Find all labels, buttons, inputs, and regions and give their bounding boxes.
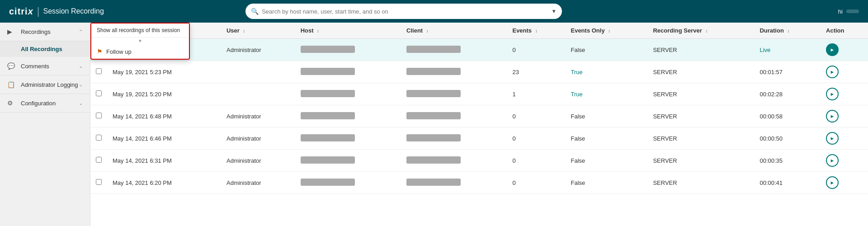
row-checkbox[interactable] xyxy=(96,90,102,96)
row-recording-server: SERVER xyxy=(647,172,754,194)
all-recordings-label: All Recordings xyxy=(21,46,62,52)
events-only-link[interactable]: True xyxy=(571,69,582,75)
client-redacted xyxy=(406,90,461,97)
search-input[interactable] xyxy=(245,4,562,19)
col-events-only-label: Events Only xyxy=(571,27,604,34)
row-events: 23 xyxy=(507,61,565,83)
play-button[interactable]: ► xyxy=(826,110,839,122)
row-events: 0 xyxy=(507,39,565,61)
col-events-only[interactable]: Events Only ↕ xyxy=(565,23,647,39)
app-name: Session Recording xyxy=(43,7,104,15)
main-content: Show all recordings of this session ▼ ⚑ … xyxy=(90,23,868,226)
row-action[interactable]: ► xyxy=(821,127,868,150)
row-action[interactable]: ► xyxy=(821,61,868,83)
row-recording-server: SERVER xyxy=(647,150,754,172)
comments-icon: 💬 xyxy=(7,62,16,70)
flag-icon: ⚑ xyxy=(97,48,103,55)
col-duration[interactable]: Duration ↕ xyxy=(754,23,821,39)
user-pill[interactable] xyxy=(846,9,859,13)
tooltip-arrow: ▼ xyxy=(91,38,189,44)
row-events-only[interactable]: True xyxy=(565,83,647,105)
search-dropdown-icon[interactable]: ▼ xyxy=(551,8,557,14)
play-button[interactable]: ► xyxy=(826,43,839,56)
row-events-only: False xyxy=(565,127,647,150)
row-duration: 00:02:28 xyxy=(754,83,821,105)
col-host[interactable]: Host ↕ xyxy=(295,23,401,39)
row-events: 0 xyxy=(507,127,565,150)
row-checkbox[interactable] xyxy=(96,68,102,74)
play-button[interactable]: ► xyxy=(826,88,839,100)
table-row: May 19, 2021 5:20 PM1TrueSERVER00:02:28► xyxy=(90,83,868,105)
row-host xyxy=(295,39,401,61)
row-client xyxy=(401,172,507,194)
play-button[interactable]: ► xyxy=(826,176,839,189)
table-header-row: Start Time ↕ User ↕ Host ↕ Client xyxy=(90,23,868,39)
row-duration[interactable]: Live xyxy=(754,39,821,61)
row-checkbox[interactable] xyxy=(96,157,102,163)
row-recording-server: SERVER xyxy=(647,127,754,150)
client-redacted xyxy=(406,68,461,75)
row-checkbox-cell xyxy=(90,172,107,194)
recordings-table: Start Time ↕ User ↕ Host ↕ Client xyxy=(90,23,868,194)
sidebar-item-all-recordings[interactable]: All Recordings xyxy=(0,41,90,57)
search-bar: 🔍 ▼ xyxy=(245,4,562,19)
col-host-label: Host xyxy=(301,27,314,34)
citrix-wordmark: citrix xyxy=(9,6,33,17)
main-layout: ▶ Recordings ⌃ All Recordings 💬 Comments… xyxy=(0,23,868,226)
client-redacted xyxy=(406,46,461,53)
row-host xyxy=(295,150,401,172)
sidebar-label-comments: Comments xyxy=(21,63,79,70)
row-start-time: May 19, 2021 5:20 PM xyxy=(107,83,221,105)
sidebar-item-configuration[interactable]: ⚙ Configuration ⌄ xyxy=(0,94,90,113)
row-client xyxy=(401,39,507,61)
row-host xyxy=(295,172,401,194)
col-events[interactable]: Events ↕ xyxy=(507,23,565,39)
sidebar-item-admin-logging[interactable]: 📋 Administrator Logging ⌄ xyxy=(0,75,90,94)
row-action[interactable]: ► xyxy=(821,83,868,105)
row-start-time: May 14, 2021 6:20 PM xyxy=(107,172,221,194)
row-checkbox[interactable] xyxy=(96,135,102,141)
row-user: Administrator xyxy=(221,127,295,150)
col-client[interactable]: Client ↕ xyxy=(401,23,507,39)
recordings-icon: ▶ xyxy=(7,28,16,35)
duration-live-link[interactable]: Live xyxy=(760,47,770,53)
app-header: citrix | Session Recording 🔍 ▼ hi xyxy=(0,0,868,23)
play-button[interactable]: ► xyxy=(826,66,839,78)
client-redacted xyxy=(406,179,461,186)
row-start-time: May 14, 2021 6:31 PM xyxy=(107,150,221,172)
row-duration: 00:00:35 xyxy=(754,150,821,172)
col-client-label: Client xyxy=(406,27,423,34)
row-events-only[interactable]: True xyxy=(565,61,647,83)
row-checkbox[interactable] xyxy=(96,113,102,118)
row-action[interactable]: ► xyxy=(821,39,868,61)
table-row: May 14, 2021 6:20 PMAdministrator0FalseS… xyxy=(90,172,868,194)
col-events-label: Events xyxy=(512,27,532,34)
host-redacted xyxy=(301,134,355,141)
host-redacted xyxy=(301,68,355,75)
col-user[interactable]: User ↕ xyxy=(221,23,295,39)
play-button[interactable]: ► xyxy=(826,132,839,145)
row-duration: 00:00:50 xyxy=(754,127,821,150)
col-user-sort: ↕ xyxy=(243,28,245,33)
row-events: 1 xyxy=(507,83,565,105)
row-client xyxy=(401,105,507,127)
row-action[interactable]: ► xyxy=(821,150,868,172)
header-right: hi xyxy=(838,8,859,15)
tooltip-follow-up[interactable]: ⚑ Follow up xyxy=(91,44,189,59)
row-user: Administrator xyxy=(221,39,295,61)
col-recording-server[interactable]: Recording Server ↕ xyxy=(647,23,754,39)
row-checkbox[interactable] xyxy=(96,179,102,185)
row-action[interactable]: ► xyxy=(821,105,868,127)
sidebar-item-comments[interactable]: 💬 Comments ⌄ xyxy=(0,57,90,75)
play-button[interactable]: ► xyxy=(826,154,839,167)
configuration-icon: ⚙ xyxy=(7,99,16,107)
row-action[interactable]: ► xyxy=(821,172,868,194)
events-only-link[interactable]: True xyxy=(571,91,582,98)
row-recording-server: SERVER xyxy=(647,105,754,127)
row-recording-server: SERVER xyxy=(647,61,754,83)
table-row: May 14, 2021 6:31 PMAdministrator0FalseS… xyxy=(90,150,868,172)
row-duration: 00:00:41 xyxy=(754,172,821,194)
sidebar-item-recordings[interactable]: ▶ Recordings ⌃ xyxy=(0,23,90,41)
table-row: May 19, 2021 5:23 PM23TrueSERVER00:01:57… xyxy=(90,61,868,83)
host-redacted xyxy=(301,112,355,119)
